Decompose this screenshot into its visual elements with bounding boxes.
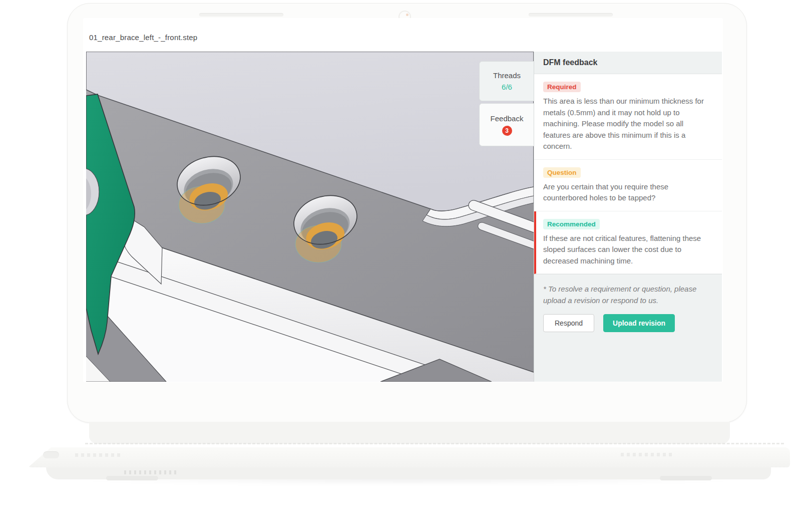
open-file-name: 01_rear_brace_left_-_front.step bbox=[89, 33, 197, 42]
question-text: Are you certain that you require these c… bbox=[543, 181, 712, 204]
dfm-feedback-panel: DFM feedback Required This area is less … bbox=[534, 52, 722, 382]
tab-threads-count: 6/6 bbox=[502, 83, 512, 91]
base-texture-right bbox=[621, 453, 673, 456]
rubber-foot-right bbox=[660, 476, 712, 480]
deck-edge-texture bbox=[85, 443, 784, 444]
laptop-mockup: 01_rear_brace_left_-_front.step bbox=[0, 0, 812, 531]
resolve-note: * To resolve a requirement or question, … bbox=[543, 284, 712, 306]
footer-buttons: Respond Upload revision bbox=[543, 314, 712, 332]
respond-button[interactable]: Respond bbox=[543, 314, 594, 332]
feedback-count-badge: 3 bbox=[502, 126, 512, 136]
tab-threads[interactable]: Threads 6/6 bbox=[479, 61, 534, 101]
question-badge: Question bbox=[543, 167, 581, 178]
required-badge: Required bbox=[543, 82, 581, 92]
feedback-item-question[interactable]: Question Are you certain that you requir… bbox=[534, 160, 722, 211]
panel-title: DFM feedback bbox=[534, 52, 722, 74]
cad-3d-viewer[interactable] bbox=[86, 52, 534, 382]
laptop-base bbox=[28, 447, 790, 467]
base-port bbox=[43, 451, 59, 458]
bezel-slot-right bbox=[529, 13, 613, 17]
feedback-item-recommended[interactable]: Recommended If these are not critical fe… bbox=[534, 211, 722, 275]
base-vents bbox=[124, 470, 176, 474]
laptop-hinge bbox=[89, 422, 730, 444]
feedback-item-required[interactable]: Required This area is less than our mini… bbox=[534, 74, 722, 160]
upload-revision-button[interactable]: Upload revision bbox=[603, 314, 675, 332]
tab-feedback-label: Feedback bbox=[491, 114, 524, 123]
recommended-text: If these are not critical features, flat… bbox=[543, 233, 712, 267]
base-texture-left bbox=[75, 453, 121, 457]
recommended-badge: Recommended bbox=[543, 219, 600, 229]
webcam-led bbox=[406, 14, 409, 16]
rubber-foot-left bbox=[106, 476, 158, 480]
panel-footer: * To resolve a requirement or question, … bbox=[534, 274, 722, 382]
tab-threads-label: Threads bbox=[493, 71, 521, 80]
bezel-slot-left bbox=[199, 13, 283, 17]
required-text: This area is less than our minimum thick… bbox=[543, 96, 712, 152]
tab-feedback[interactable]: Feedback 3 bbox=[479, 103, 534, 146]
